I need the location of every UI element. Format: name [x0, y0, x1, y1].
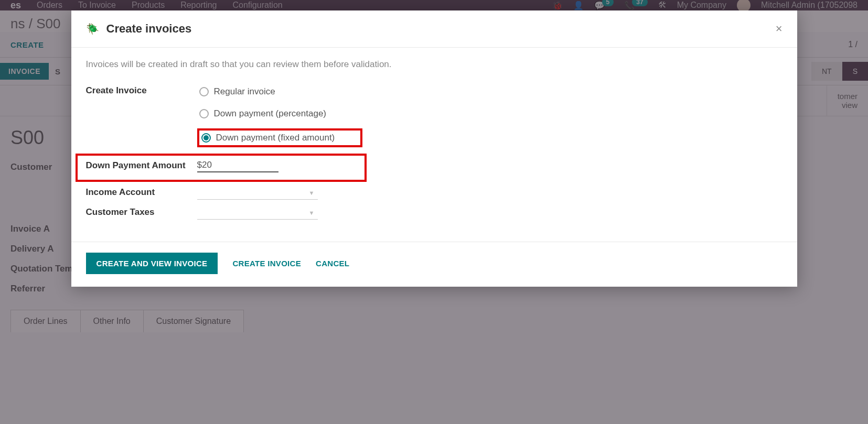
- create-invoice-field-label: Create Invoice: [86, 84, 197, 96]
- radio-regular-label: Regular invoice: [214, 86, 275, 97]
- radio-down-payment-percentage[interactable]: Down payment (percentage): [197, 106, 362, 121]
- modal-header: 🪲 Create invoices ×: [71, 10, 797, 48]
- modal-overlay: 🪲 Create invoices × Invoices will be cre…: [0, 0, 868, 424]
- close-button[interactable]: ×: [776, 22, 783, 36]
- radio-down-payment-fixed[interactable]: Down payment (fixed amount): [199, 131, 360, 145]
- caret-down-icon: ▼: [309, 210, 315, 216]
- radio-regular-invoice[interactable]: Regular invoice: [197, 84, 362, 99]
- bug-icon[interactable]: 🪲: [86, 23, 99, 35]
- modal-body: Invoices will be created in draft so tha…: [71, 48, 797, 242]
- income-account-label: Income Account: [86, 186, 197, 198]
- caret-down-icon: ▼: [309, 190, 315, 196]
- radio-circle-checked-icon: [201, 133, 211, 143]
- income-account-select[interactable]: ▼: [197, 186, 318, 200]
- customer-taxes-label: Customer Taxes: [86, 206, 197, 218]
- create-invoices-modal: 🪲 Create invoices × Invoices will be cre…: [71, 10, 797, 287]
- customer-taxes-select[interactable]: ▼: [197, 206, 318, 220]
- down-payment-amount-row: Down Payment Amount: [76, 154, 367, 182]
- radio-circle-icon: [199, 87, 209, 96]
- modal-footer: CREATE AND VIEW INVOICE CREATE INVOICE C…: [71, 242, 797, 287]
- create-invoice-button[interactable]: CREATE INVOICE: [232, 259, 301, 268]
- down-payment-amount-label: Down Payment Amount: [86, 159, 197, 172]
- modal-title-text: Create invoices: [106, 22, 192, 36]
- down-payment-amount-input[interactable]: [197, 159, 278, 172]
- modal-info-text: Invoices will be created in draft so tha…: [86, 59, 783, 70]
- invoice-type-radio-group: Regular invoice Down payment (percentage…: [197, 84, 362, 147]
- create-and-view-invoice-button[interactable]: CREATE AND VIEW INVOICE: [86, 253, 218, 274]
- radio-percentage-label: Down payment (percentage): [214, 108, 327, 119]
- radio-circle-icon: [199, 109, 209, 118]
- radio-fixed-label: Down payment (fixed amount): [216, 133, 335, 143]
- cancel-button[interactable]: CANCEL: [316, 259, 349, 268]
